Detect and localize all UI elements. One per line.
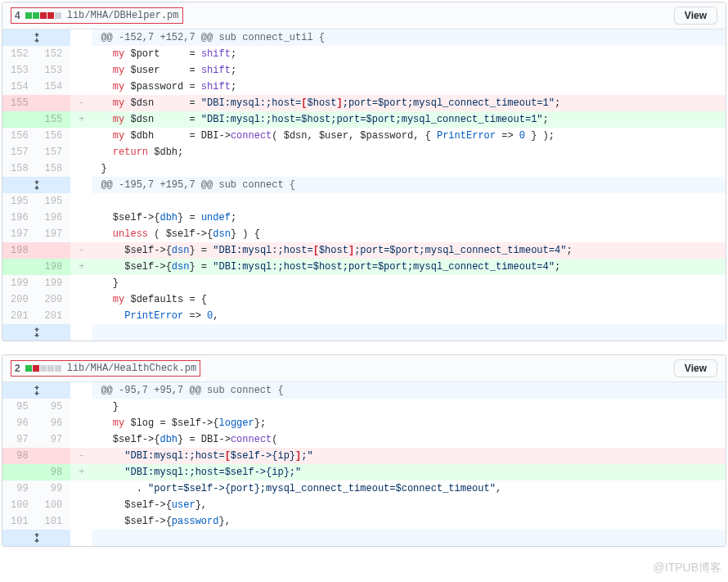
change-count: 2: [15, 363, 20, 374]
change-count: 4: [15, 10, 20, 21]
diff-line: 9999 . "port=$self->{port};mysql_connect…: [2, 480, 726, 497]
file-diffstat: 4 lib/MHA/DBHelper.pm: [11, 7, 183, 24]
file-header: 2 lib/MHA/HealthCheck.pm View: [2, 355, 726, 382]
diff-line-addition: 198+ $self->{dsn} = "DBI:mysql:;host=$ho…: [2, 259, 726, 275]
view-button[interactable]: View: [674, 7, 717, 25]
hunk-header: @@ -95,7 +95,7 @@ sub connect {: [92, 382, 726, 399]
hunk-header: @@ -195,7 +195,7 @@ sub connect {: [92, 177, 726, 193]
diff-line: 9797 $self->{dbh} = DBI->connect(: [2, 431, 726, 448]
file-path[interactable]: lib/MHA/DBHelper.pm: [67, 10, 179, 21]
diffstat-add-block: [25, 12, 32, 19]
diffstat-add-block: [25, 365, 32, 372]
file-diffstat: 2 lib/MHA/HealthCheck.pm: [11, 360, 200, 377]
expand-row[interactable]: [2, 530, 726, 546]
diff-line: 158158}: [2, 160, 726, 177]
diff-line: 195195: [2, 193, 726, 210]
hunk-header: @@ -152,7 +152,7 @@ sub connect_util {: [92, 29, 726, 46]
unfold-icon: [30, 382, 43, 399]
diff-line: 153153 my $user = shift;: [2, 62, 726, 79]
diffstat-del-block: [47, 12, 54, 19]
diff-table: @@ -95,7 +95,7 @@ sub connect { 9595 } 9…: [2, 382, 726, 546]
diff-line: 9696 my $log = $self->{logger};: [2, 415, 726, 431]
diff-line: 200200 my $defaults = {: [2, 291, 726, 308]
diffstat-del-block: [33, 365, 39, 372]
diffstat-neutral-block: [40, 365, 47, 372]
watermark: @ITPUB博客: [654, 561, 721, 562]
file-path[interactable]: lib/MHA/HealthCheck.pm: [67, 363, 196, 374]
diffstat-add-block: [33, 12, 39, 19]
file-header: 4 lib/MHA/DBHelper.pm View: [2, 2, 726, 29]
diff-line: 152152 my $port = shift;: [2, 46, 726, 62]
diff-table: @@ -152,7 +152,7 @@ sub connect_util { 1…: [2, 29, 726, 341]
diff-line-deletion: 155- my $dsn = "DBI:mysql:;host=[$host];…: [2, 95, 726, 111]
diff-line: 101101 $self->{password},: [2, 513, 726, 530]
expand-row[interactable]: @@ -95,7 +95,7 @@ sub connect {: [2, 382, 726, 399]
code-line: my $port = shift;: [92, 46, 726, 62]
unfold-icon: [30, 530, 43, 546]
expand-row[interactable]: @@ -195,7 +195,7 @@ sub connect {: [2, 177, 726, 193]
diff-file-block: 2 lib/MHA/HealthCheck.pm View @@ -95,7 +…: [2, 354, 726, 547]
diff-line: 156156 my $dbh = DBI->connect( $dsn, $us…: [2, 128, 726, 144]
view-button[interactable]: View: [674, 359, 717, 377]
diff-line: 196196 $self->{dbh} = undef;: [2, 210, 726, 226]
diff-file-block: 4 lib/MHA/DBHelper.pm View @@ -152,7 +15…: [2, 2, 726, 341]
diff-line: 199199 }: [2, 275, 726, 291]
diffstat-neutral-block: [47, 365, 54, 372]
diff-line-deletion: 98- "DBI:mysql:;host=[$self->{ip}];": [2, 448, 726, 464]
unfold-icon: [30, 177, 43, 193]
diff-line: 201201 PrintError => 0,: [2, 308, 726, 324]
diff-line-addition: 98+ "DBI:mysql:;host=$self->{ip};": [2, 464, 726, 480]
diff-line-addition: 155+ my $dsn = "DBI:mysql:;host=$host;po…: [2, 111, 726, 128]
diff-line: 197197 unless ( $self->{dsn} ) {: [2, 226, 726, 242]
diffstat-neutral-block: [55, 365, 61, 372]
diffstat-neutral-block: [55, 12, 61, 19]
unfold-icon: [30, 29, 43, 46]
diff-line: 157157 return $dbh;: [2, 144, 726, 160]
diff-line: 100100 $self->{user},: [2, 497, 726, 513]
diff-line: 154154 my $password = shift;: [2, 79, 726, 95]
expand-row[interactable]: @@ -152,7 +152,7 @@ sub connect_util {: [2, 29, 726, 46]
expand-row[interactable]: [2, 324, 726, 341]
diff-line: 9595 }: [2, 399, 726, 415]
diff-line-deletion: 198- $self->{dsn} = "DBI:mysql:;host=[$h…: [2, 242, 726, 259]
unfold-icon: [30, 324, 43, 341]
diffstat-del-block: [40, 12, 47, 19]
